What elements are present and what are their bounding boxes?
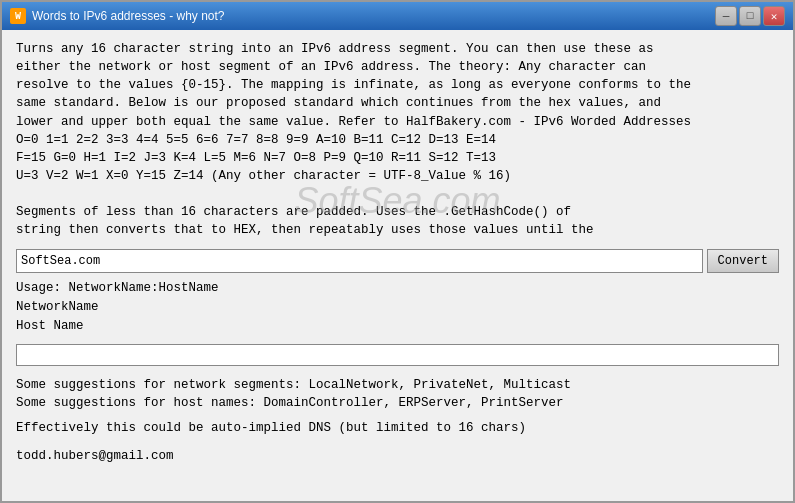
convert-button[interactable]: Convert (707, 249, 779, 273)
desc-line3: resolve to the values {0-15}. The mappin… (16, 76, 779, 94)
desc-line11: string then converts that to HEX, then r… (16, 221, 779, 239)
window-controls: — □ ✕ (715, 6, 785, 26)
desc-line1: Turns any 16 character string into an IP… (16, 40, 779, 58)
usage-line2: NetworkName (16, 298, 779, 317)
desc-line5: lower and upper both equal the same valu… (16, 113, 779, 131)
window-title: Words to IPv6 addresses - why not? (32, 9, 225, 23)
dns-line: Effectively this could be auto-implied D… (16, 421, 779, 463)
desc-line6: O=0 1=1 2=2 3=3 4=4 5=5 6=6 7=7 8=8 9=9 … (16, 131, 779, 149)
word-input[interactable] (16, 249, 703, 273)
output-field[interactable] (16, 344, 779, 366)
main-window: W Words to IPv6 addresses - why not? — □… (0, 0, 795, 503)
desc-line2: either the network or host segment of an… (16, 58, 779, 76)
usage-line3: Host Name (16, 317, 779, 336)
description-block: Turns any 16 character string into an IP… (16, 40, 779, 239)
desc-line4: same standard. Below is our proposed sta… (16, 94, 779, 112)
close-button[interactable]: ✕ (763, 6, 785, 26)
title-bar-left: W Words to IPv6 addresses - why not? (10, 8, 225, 24)
usage-block: Usage: NetworkName:HostName NetworkName … (16, 279, 779, 335)
email-text: todd.hubers@gmail.com (16, 449, 779, 463)
suggestions-line2: Some suggestions for host names: DomainC… (16, 394, 779, 413)
spacer (16, 435, 779, 449)
main-content: SoftSea.com Turns any 16 character strin… (2, 30, 793, 501)
desc-line9 (16, 185, 779, 203)
maximize-button[interactable]: □ (739, 6, 761, 26)
desc-line8: U=3 V=2 W=1 X=0 Y=15 Z=14 (Any other cha… (16, 167, 779, 185)
title-bar: W Words to IPv6 addresses - why not? — □… (2, 2, 793, 30)
suggestions-block: Some suggestions for network segments: L… (16, 376, 779, 414)
input-row: Convert (16, 249, 779, 273)
desc-line7: F=15 G=0 H=1 I=2 J=3 K=4 L=5 M=6 N=7 O=8… (16, 149, 779, 167)
app-icon: W (10, 8, 26, 24)
minimize-button[interactable]: — (715, 6, 737, 26)
usage-line1: Usage: NetworkName:HostName (16, 279, 779, 298)
suggestions-line1: Some suggestions for network segments: L… (16, 376, 779, 395)
dns-text: Effectively this could be auto-implied D… (16, 421, 779, 435)
desc-line10: Segments of less than 16 characters are … (16, 203, 779, 221)
